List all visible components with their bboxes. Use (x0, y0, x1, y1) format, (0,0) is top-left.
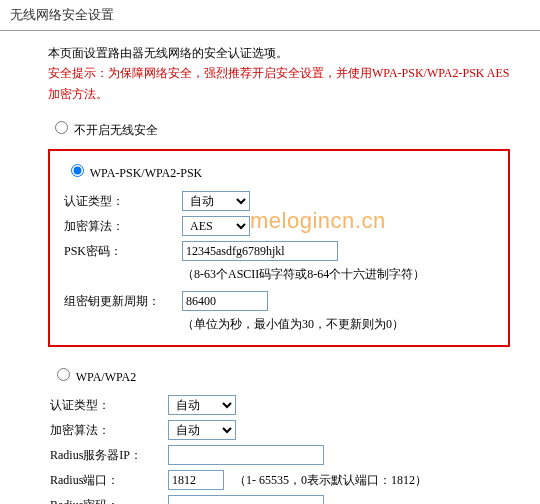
radio-wpa[interactable]: WPA/WPA2 (52, 365, 510, 385)
radio-wpa-label: WPA/WPA2 (76, 370, 136, 384)
group-rekey-input[interactable] (182, 291, 268, 311)
psk-hint: （8-63个ASCII码字符或8-64个十六进制字符） (182, 266, 494, 283)
enc-alg2-label: 加密算法： (50, 422, 168, 439)
enc-alg-select[interactable]: AES (182, 216, 250, 236)
group-rekey-label: 组密钥更新周期： (64, 293, 182, 310)
auth-type2-select[interactable]: 自动 (168, 395, 236, 415)
radius-ip-label: Radius服务器IP： (50, 447, 168, 464)
radio-disable-security[interactable]: 不开启无线安全 (50, 118, 510, 139)
content-area: 本页面设置路由器无线网络的安全认证选项。 安全提示：为保障网络安全，强烈推荐开启… (0, 31, 540, 504)
intro-line1: 本页面设置路由器无线网络的安全认证选项。 (48, 46, 288, 60)
radio-wpapsk-label: WPA-PSK/WPA2-PSK (90, 166, 202, 180)
radio-disable-label: 不开启无线安全 (74, 123, 158, 137)
wpa-section: WPA/WPA2 认证类型： 自动 加密算法： 自动 Radius服务器IP： … (48, 365, 510, 504)
radius-port-label: Radius端口： (50, 472, 168, 489)
rekey-hint: （单位为秒，最小值为30，不更新则为0） (182, 316, 494, 333)
radio-wpapsk-input[interactable] (71, 164, 84, 177)
page-title: 无线网络安全设置 (0, 0, 540, 31)
radio-wpa-input[interactable] (57, 368, 70, 381)
enc-alg-label: 加密算法： (64, 218, 182, 235)
radius-key-input[interactable] (168, 495, 324, 504)
auth-type2-label: 认证类型： (50, 397, 168, 414)
intro-text: 本页面设置路由器无线网络的安全认证选项。 安全提示：为保障网络安全，强烈推荐开启… (48, 43, 510, 104)
radius-port-input[interactable] (168, 470, 224, 490)
radio-disable-input[interactable] (55, 121, 68, 134)
enc-alg2-select[interactable]: 自动 (168, 420, 236, 440)
radius-ip-input[interactable] (168, 445, 324, 465)
radio-wpapsk[interactable]: WPA-PSK/WPA2-PSK (66, 161, 494, 181)
port-hint: （1- 65535，0表示默认端口：1812） (234, 472, 427, 489)
auth-type-select[interactable]: 自动 (182, 191, 250, 211)
intro-line2: 安全提示：为保障网络安全，强烈推荐开启安全设置，并使用WPA-PSK/WPA2-… (48, 66, 510, 100)
auth-type-label: 认证类型： (64, 193, 182, 210)
psk-key-label: PSK密码： (64, 243, 182, 260)
wpa-psk-section: WPA-PSK/WPA2-PSK 认证类型： 自动 加密算法： AES PSK密… (48, 149, 510, 347)
radius-key-label: Radius密码： (50, 497, 168, 504)
psk-key-input[interactable] (182, 241, 338, 261)
